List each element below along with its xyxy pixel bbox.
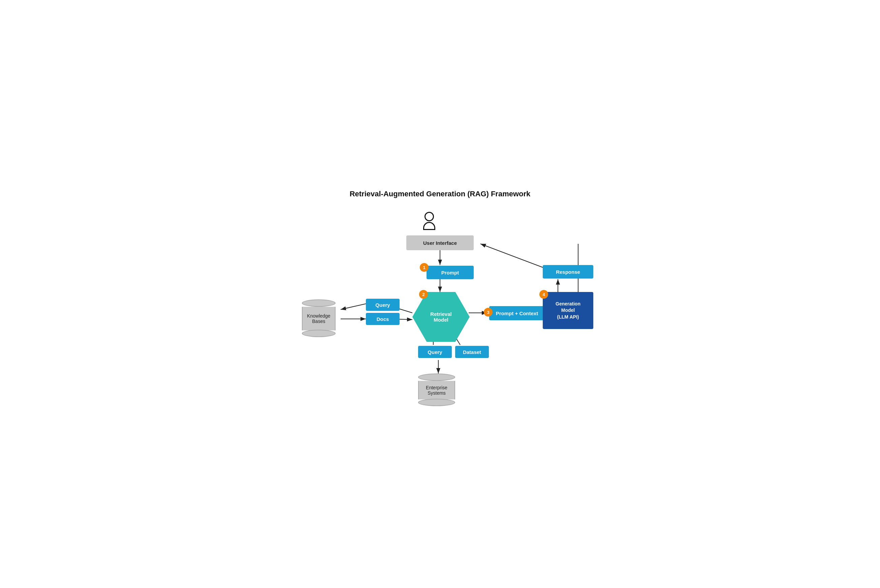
page-title: Retrieval-Augmented Generation (RAG) Fra… [288, 190, 592, 198]
prompt-context-box: Prompt + Context [489, 306, 545, 320]
svg-line-5 [341, 304, 366, 309]
badge-4: 4 [539, 290, 548, 299]
enterprise-systems-cylinder: Enterprise Systems [416, 374, 457, 406]
retrieval-model-hex: Retrieval Model [412, 292, 470, 342]
query-bottom-box: Query [418, 346, 452, 358]
user-interface-box: User Interface [406, 236, 474, 250]
dataset-box: Dataset [455, 346, 489, 358]
badge-2: 2 [419, 290, 428, 299]
docs-box: Docs [366, 313, 399, 325]
prompt-box: Prompt [426, 266, 474, 279]
generation-model-box: Generation Model (LLM API) [543, 292, 593, 329]
badge-3: 3 [484, 308, 493, 316]
diagram-container: Retrieval-Augmented Generation (RAG) Fra… [288, 190, 592, 398]
badge-1: 1 [420, 263, 428, 272]
knowledge-bases-cylinder: Knowledge Bases [299, 299, 339, 337]
response-box: Response [543, 265, 593, 279]
query-left-box: Query [366, 299, 399, 311]
diagram: User Interface 1 Prompt 2 Retrieval Mode… [288, 208, 592, 404]
person-icon [423, 212, 435, 230]
svg-line-11 [481, 244, 543, 267]
